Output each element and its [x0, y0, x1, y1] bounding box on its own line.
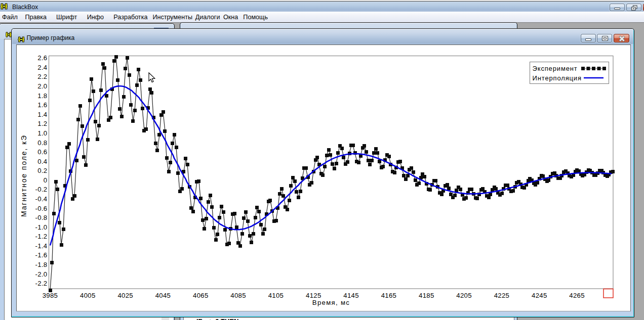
svg-text:Эксперимент: Эксперимент — [533, 65, 578, 72]
svg-text:4185: 4185 — [419, 292, 434, 299]
svg-text:3985: 3985 — [43, 292, 58, 299]
svg-text:2.2: 2.2 — [37, 73, 47, 80]
svg-text:Интерполяция: Интерполяция — [533, 74, 582, 82]
svg-text:Время, мс: Время, мс — [312, 299, 350, 306]
svg-text:1.6: 1.6 — [37, 101, 47, 109]
svg-text:-1.8: -1.8 — [35, 261, 48, 268]
svg-text:1.2: 1.2 — [37, 120, 47, 127]
svg-text:0.8: 0.8 — [37, 139, 47, 147]
svg-text:4025: 4025 — [117, 292, 133, 299]
svg-text:0: 0 — [44, 176, 48, 184]
svg-text:1.8: 1.8 — [37, 92, 47, 100]
svg-text:1.0: 1.0 — [37, 129, 47, 137]
svg-text:-0.4: -0.4 — [35, 195, 48, 203]
svg-text:2.4: 2.4 — [37, 64, 47, 71]
svg-text:0.6: 0.6 — [37, 148, 47, 156]
svg-text:4265: 4265 — [569, 292, 585, 299]
svg-text:-0.2: -0.2 — [35, 186, 48, 193]
svg-text:Магнитное поле, кЭ: Магнитное поле, кЭ — [20, 134, 28, 217]
svg-text:-1.0: -1.0 — [35, 223, 48, 231]
svg-text:0.2: 0.2 — [37, 167, 47, 174]
svg-text:4225: 4225 — [494, 292, 510, 299]
svg-text:-1.4: -1.4 — [35, 242, 48, 250]
svg-text:4165: 4165 — [381, 292, 397, 299]
svg-text:-2.2: -2.2 — [35, 280, 48, 287]
svg-text:4205: 4205 — [456, 292, 472, 299]
svg-text:2.6: 2.6 — [37, 54, 47, 62]
svg-text:-1.6: -1.6 — [35, 251, 48, 259]
svg-text:4085: 4085 — [230, 292, 246, 299]
svg-text:4005: 4005 — [80, 292, 96, 299]
svg-text:-1.2: -1.2 — [35, 233, 48, 240]
svg-text:4065: 4065 — [193, 292, 209, 299]
svg-text:4245: 4245 — [532, 292, 547, 299]
svg-text:1.4: 1.4 — [37, 111, 47, 118]
svg-text:4045: 4045 — [155, 292, 171, 299]
svg-text:0.4: 0.4 — [37, 158, 47, 165]
svg-text:4105: 4105 — [268, 292, 284, 299]
svg-text:-2.0: -2.0 — [35, 270, 48, 278]
svg-text:-0.8: -0.8 — [35, 214, 48, 221]
svg-text:2.0: 2.0 — [37, 82, 47, 90]
svg-text:-0.6: -0.6 — [35, 205, 48, 212]
